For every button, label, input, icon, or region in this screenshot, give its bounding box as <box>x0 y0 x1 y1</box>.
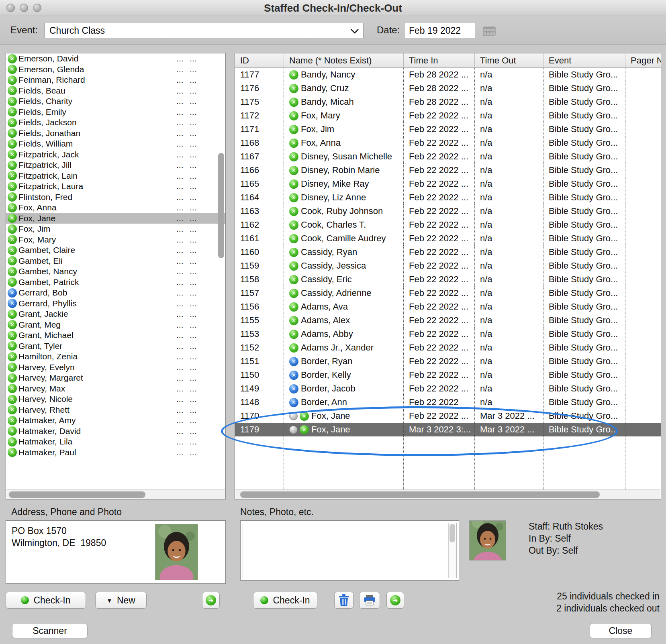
detail-ellipsis-1[interactable]: ... <box>176 448 184 457</box>
detail-ellipsis-2[interactable]: ... <box>190 437 197 446</box>
detail-ellipsis-2[interactable]: ... <box>190 426 197 436</box>
detail-ellipsis-2[interactable]: ... <box>190 54 197 63</box>
detail-ellipsis-2[interactable]: ... <box>190 96 197 106</box>
checkin-row[interactable]: 1172✕Fox, MaryFeb 22 2022 ...n/aBible St… <box>235 109 661 122</box>
attendee-row[interactable]: ✕Fox, Anna...... <box>6 202 225 213</box>
detail-ellipsis-1[interactable]: ... <box>176 320 184 330</box>
attendee-row[interactable]: ✕Fields, William...... <box>6 139 225 149</box>
detail-ellipsis-1[interactable]: ... <box>176 128 184 138</box>
checkin-row[interactable]: 1179✕Fox, JaneMar 3 2022 3:...Mar 3 2022… <box>235 423 661 436</box>
checkin-row[interactable]: 1164✕Disney, Liz AnneFeb 22 2022 ...n/aB… <box>235 191 661 204</box>
detail-ellipsis-2[interactable]: ... <box>190 405 197 415</box>
detail-ellipsis-2[interactable]: ... <box>190 299 197 308</box>
attendee-row[interactable]: ✕Hamilton, Zenia...... <box>6 351 225 362</box>
attendee-row[interactable]: ✕Hatmaker, Lila...... <box>6 436 225 447</box>
checkin-row[interactable]: 1153✕Adams, AbbyFeb 22 2022 ...n/aBible … <box>235 327 661 341</box>
detail-ellipsis-2[interactable]: ... <box>190 107 197 117</box>
go-arrow-button-left[interactable]: ➔ <box>202 592 220 609</box>
col-pager-number[interactable]: Pager Nur <box>625 53 661 67</box>
detail-ellipsis-2[interactable]: ... <box>190 288 197 298</box>
detail-ellipsis-1[interactable]: ... <box>176 160 184 170</box>
checkin-row[interactable]: 1157✕Cassidy, AdrienneFeb 22 2022 ...n/a… <box>235 286 661 300</box>
detail-ellipsis-2[interactable]: ... <box>190 320 197 330</box>
attendee-row[interactable]: ✕Fox, Jim...... <box>6 224 225 234</box>
checkin-row[interactable]: 1162✕Cook, Charles T.Feb 22 2022 ...n/aB… <box>235 218 661 232</box>
attendee-row[interactable]: ✕Fitzpatrick, Jill...... <box>6 160 225 171</box>
checkin-row[interactable]: 1152✕Adams Jr., XanderFeb 22 2022 ...n/a… <box>235 341 661 355</box>
attendee-row[interactable]: ✕Harvey, Max...... <box>6 383 225 394</box>
detail-ellipsis-1[interactable]: ... <box>176 203 184 212</box>
detail-ellipsis-2[interactable]: ... <box>190 394 197 404</box>
attendee-row[interactable]: ✕Grant, Jackie...... <box>6 309 225 320</box>
attendee-list-hscroll-thumb[interactable] <box>9 491 145 498</box>
detail-ellipsis-2[interactable]: ... <box>190 181 197 191</box>
attendee-row[interactable]: ✕Fox, Mary...... <box>6 234 225 245</box>
checkin-row[interactable]: 1155✕Adams, AlexFeb 22 2022 ...n/aBible … <box>235 314 661 327</box>
notes-vscroll-thumb[interactable] <box>449 524 455 542</box>
attendee-row[interactable]: ✕Grant, Meg...... <box>6 320 225 330</box>
detail-ellipsis-1[interactable]: ... <box>176 224 184 234</box>
event-dropdown[interactable]: Church Class <box>44 23 364 38</box>
detail-ellipsis-1[interactable]: ... <box>176 309 184 319</box>
attendee-row[interactable]: ✕Fields, Jackson...... <box>6 117 225 128</box>
detail-ellipsis-1[interactable]: ... <box>176 139 184 149</box>
checkin-row[interactable]: 1165✕Disney, Mike RayFeb 22 2022 ...n/aB… <box>235 177 661 191</box>
notes-vscrollbar[interactable] <box>448 523 456 578</box>
print-button[interactable] <box>359 592 380 609</box>
detail-ellipsis-1[interactable]: ... <box>176 65 184 74</box>
detail-ellipsis-1[interactable]: ... <box>176 416 184 425</box>
detail-ellipsis-2[interactable]: ... <box>190 214 197 223</box>
col-time-in[interactable]: Time In <box>404 53 475 67</box>
detail-ellipsis-1[interactable]: ... <box>176 341 184 351</box>
attendee-row[interactable]: ✕Harvey, Nicole...... <box>6 394 225 405</box>
attendee-row[interactable]: ✕Feinman, Richard...... <box>6 75 225 86</box>
detail-ellipsis-1[interactable]: ... <box>176 330 184 340</box>
checkin-row[interactable]: 1151✕Border, RyanFeb 22 2022 ...n/aBible… <box>235 355 661 368</box>
attendee-row[interactable]: ✕Fields, Jonathan...... <box>6 128 225 139</box>
delete-button[interactable] <box>334 592 353 609</box>
detail-ellipsis-2[interactable]: ... <box>190 341 197 351</box>
detail-ellipsis-2[interactable]: ... <box>190 128 197 138</box>
checkin-row[interactable]: 1159✕Cassidy, JessicaFeb 22 2022 ...n/aB… <box>235 259 661 273</box>
detail-ellipsis-1[interactable]: ... <box>176 150 184 159</box>
checkin-row[interactable]: 1175✕Bandy, MicahFeb 28 2022 ...n/aBible… <box>235 95 661 109</box>
attendee-row[interactable]: ✕Flintston, Fred...... <box>6 192 225 203</box>
checkin-row[interactable]: 1166✕Disney, Robin MarieFeb 22 2022 ...n… <box>235 163 661 177</box>
col-name[interactable]: Name (* Notes Exist) <box>284 53 404 67</box>
detail-ellipsis-1[interactable]: ... <box>176 394 184 404</box>
attendee-row[interactable]: ✕Hatmaker, Paul...... <box>6 447 225 458</box>
attendee-row[interactable]: ✕Emerson, David...... <box>6 53 225 64</box>
date-input[interactable] <box>405 23 475 38</box>
attendee-row[interactable]: ✕Grant, Tyler...... <box>6 341 225 352</box>
col-time-out[interactable]: Time Out <box>475 53 543 67</box>
detail-ellipsis-2[interactable]: ... <box>190 245 197 255</box>
detail-ellipsis-2[interactable]: ... <box>190 277 197 287</box>
detail-ellipsis-2[interactable]: ... <box>190 267 197 276</box>
detail-ellipsis-1[interactable]: ... <box>176 245 184 255</box>
attendee-row[interactable]: ✕Fields, Charity...... <box>6 96 225 107</box>
detail-ellipsis-2[interactable]: ... <box>190 65 197 74</box>
attendee-row[interactable]: ✕Gerrard, Phyllis...... <box>6 298 225 309</box>
table-hscroll-thumb[interactable] <box>240 491 600 498</box>
attendee-row[interactable]: ✕Gambet, Claire...... <box>6 245 225 256</box>
detail-ellipsis-1[interactable]: ... <box>176 54 184 63</box>
detail-ellipsis-2[interactable]: ... <box>190 171 197 181</box>
detail-ellipsis-1[interactable]: ... <box>176 235 184 245</box>
checkin-row[interactable]: 1167✕Disney, Susan MichelleFeb 22 2022 .… <box>235 150 661 163</box>
detail-ellipsis-1[interactable]: ... <box>176 171 184 181</box>
detail-ellipsis-1[interactable]: ... <box>176 384 184 393</box>
attendee-row[interactable]: ✕Fitzpatrick, Laura...... <box>6 181 225 192</box>
table-hscrollbar[interactable] <box>235 489 660 499</box>
attendee-row[interactable]: ✕Hatmaker, Amy...... <box>6 415 225 426</box>
detail-ellipsis-1[interactable]: ... <box>176 267 184 276</box>
detail-ellipsis-1[interactable]: ... <box>176 373 184 383</box>
detail-ellipsis-2[interactable]: ... <box>190 86 197 96</box>
attendee-row[interactable]: ✕Hatmaker, David...... <box>6 426 225 437</box>
detail-ellipsis-2[interactable]: ... <box>190 192 197 202</box>
checkin-row[interactable]: 1149✕Border, JacobFeb 22 2022 ...n/aBibl… <box>235 382 661 395</box>
attendee-list-vscrollbar[interactable] <box>218 153 224 258</box>
checkin-row[interactable]: 1163✕Cook, Ruby JohnsonFeb 22 2022 ...n/… <box>235 204 661 218</box>
detail-ellipsis-2[interactable]: ... <box>190 330 197 340</box>
new-button[interactable]: ▼ New <box>95 592 147 609</box>
attendee-row[interactable]: ✕Grant, Michael...... <box>6 330 225 341</box>
